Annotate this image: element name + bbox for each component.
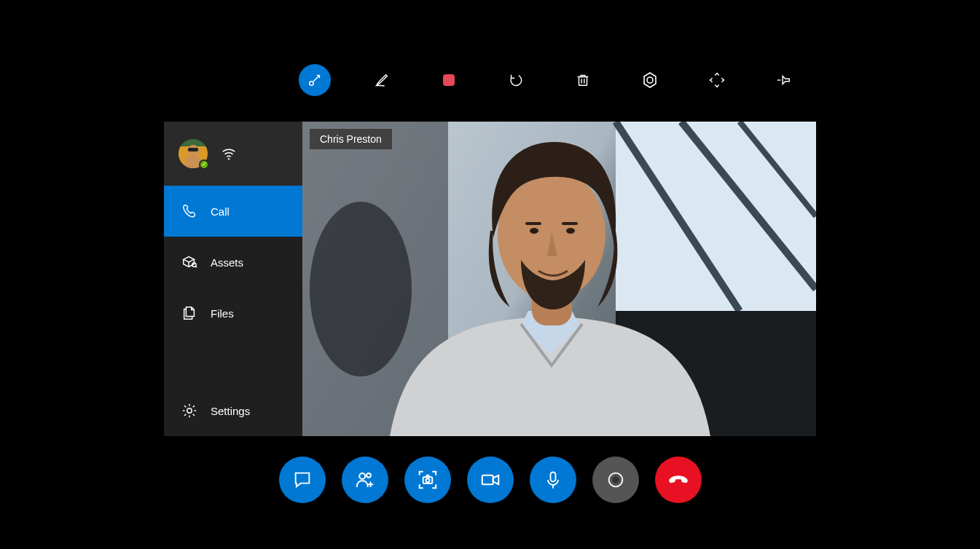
svg-rect-32	[562, 222, 578, 225]
svg-line-18	[195, 266, 197, 268]
svg-marker-7	[644, 73, 656, 87]
sidebar-item-label: Assets	[211, 256, 243, 269]
snapshot-button[interactable]	[404, 457, 451, 503]
add-person-icon	[354, 469, 376, 491]
sidebar-nav: Call Assets Files	[164, 186, 302, 436]
sidebar-item-label: Settings	[211, 405, 250, 417]
pin-button[interactable]	[768, 64, 800, 96]
svg-rect-14	[186, 157, 200, 168]
call-controls	[0, 457, 980, 503]
remote-video-placeholder	[302, 122, 816, 436]
record-icon	[605, 470, 626, 490]
pin-icon	[776, 72, 792, 88]
svg-rect-39	[482, 475, 493, 485]
assets-icon	[181, 254, 197, 270]
svg-point-30	[566, 228, 575, 234]
svg-rect-20	[616, 122, 816, 311]
stop-record-button[interactable]	[433, 64, 465, 96]
svg-point-33	[359, 473, 365, 479]
chat-button[interactable]	[279, 457, 326, 503]
record-button[interactable]	[592, 457, 639, 503]
fit-screen-icon	[709, 72, 725, 88]
phone-icon	[181, 203, 197, 219]
undo-icon	[508, 72, 524, 88]
svg-point-34	[366, 473, 371, 478]
fit-screen-button[interactable]	[701, 64, 733, 96]
mic-icon	[543, 470, 563, 490]
svg-line-1	[313, 76, 319, 82]
sidebar-item-settings[interactable]: Settings	[164, 385, 302, 436]
sidebar: Call Assets Files	[164, 122, 302, 436]
gear-icon	[181, 403, 197, 419]
stop-record-icon	[442, 73, 456, 87]
hangup-button[interactable]	[655, 457, 702, 503]
settings-cog-icon	[641, 71, 659, 89]
laser-pointer-icon	[307, 72, 323, 88]
sidebar-header	[164, 122, 302, 186]
participant-name-text: Chris Preston	[320, 133, 382, 145]
svg-point-43	[612, 476, 619, 483]
laser-pointer-button[interactable]	[299, 64, 331, 96]
svg-point-38	[426, 478, 429, 482]
sidebar-item-label: Call	[211, 205, 230, 218]
svg-rect-15	[188, 148, 198, 151]
svg-point-0	[310, 82, 314, 86]
svg-point-26	[310, 202, 412, 376]
sidebar-item-call[interactable]: Call	[164, 186, 302, 237]
pen-button[interactable]	[366, 64, 398, 96]
svg-point-29	[530, 228, 538, 234]
files-icon	[181, 305, 197, 321]
video-button[interactable]	[467, 457, 514, 503]
svg-point-8	[647, 77, 653, 83]
hololens-settings-button[interactable]	[634, 64, 666, 96]
sidebar-item-assets[interactable]: Assets	[164, 237, 302, 288]
presence-available-icon	[199, 159, 209, 170]
add-people-button[interactable]	[342, 457, 388, 503]
mic-button[interactable]	[530, 457, 576, 503]
chat-icon	[292, 470, 313, 490]
hangup-icon	[666, 467, 691, 492]
sidebar-item-files[interactable]: Files	[164, 288, 302, 339]
pen-icon	[374, 72, 390, 88]
svg-rect-3	[579, 76, 587, 85]
delete-icon	[575, 72, 591, 88]
video-icon	[479, 469, 501, 491]
video-feed[interactable]: Chris Preston	[302, 122, 816, 436]
svg-point-16	[228, 158, 230, 159]
camera-frame-icon	[417, 469, 439, 491]
svg-rect-31	[525, 222, 541, 225]
participant-name-label: Chris Preston	[310, 129, 392, 149]
svg-rect-2	[443, 74, 455, 86]
delete-button[interactable]	[567, 64, 599, 96]
svg-point-19	[187, 408, 192, 413]
sidebar-item-label: Files	[211, 307, 234, 320]
wifi-icon	[221, 146, 237, 162]
avatar[interactable]	[179, 139, 208, 168]
svg-rect-40	[550, 473, 555, 482]
annotation-toolbar	[299, 63, 816, 98]
undo-button[interactable]	[500, 64, 532, 96]
call-window: Call Assets Files	[164, 122, 816, 436]
